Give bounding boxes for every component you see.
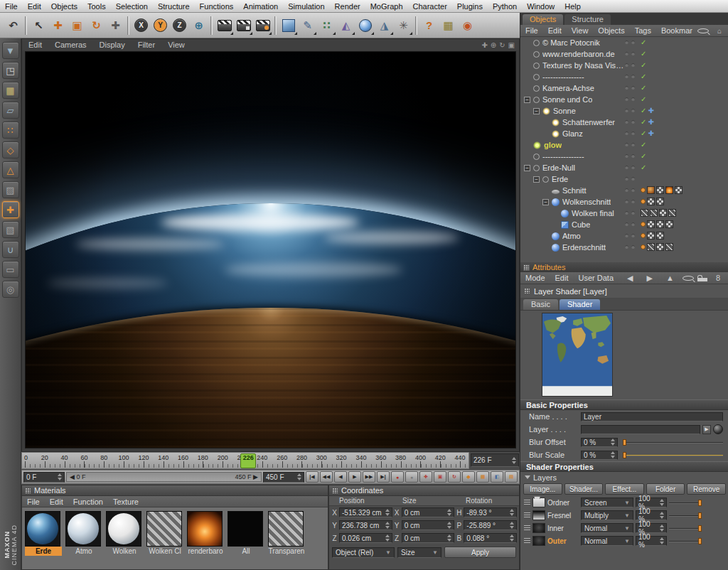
- texture-tag-icon[interactable]: [656, 243, 664, 251]
- material-item[interactable]: All: [228, 511, 264, 566]
- search-icon[interactable]: [682, 276, 694, 281]
- menu-animation[interactable]: Animation: [238, 0, 283, 13]
- enabled-check-icon[interactable]: ✓: [641, 50, 646, 58]
- visibility-dot[interactable]: [625, 211, 628, 215]
- move-tool-icon[interactable]: ✚: [48, 16, 68, 36]
- objects-menu-bookmar[interactable]: Bookmar: [656, 26, 697, 35]
- blend-mode-dropdown[interactable]: Normal▼: [581, 536, 633, 546]
- key-parameter-button[interactable]: ◆: [462, 471, 475, 483]
- opacity-slider[interactable]: [669, 500, 702, 506]
- layer-input[interactable]: [581, 425, 700, 434]
- visibility-dot[interactable]: [625, 200, 628, 203]
- blend-mode-dropdown[interactable]: Screen▼: [581, 498, 633, 507]
- edges-mode-icon[interactable]: ◇: [2, 141, 19, 158]
- visibility-dot[interactable]: [625, 222, 628, 226]
- shader-layer-row[interactable]: OuterNormal▼100 %: [520, 534, 728, 547]
- visibility-dot[interactable]: [631, 222, 635, 226]
- lock-z-axis-button-icon[interactable]: Z: [170, 16, 189, 36]
- viewport-menu-view[interactable]: View: [161, 41, 191, 49]
- enabled-check-icon[interactable]: ✓: [641, 141, 646, 149]
- collapse-triangle-icon[interactable]: [525, 475, 530, 479]
- visibility-dot[interactable]: [631, 52, 635, 55]
- visibility-dot[interactable]: [625, 63, 628, 67]
- name-input[interactable]: Layer: [581, 412, 723, 421]
- visibility-dots[interactable]: [625, 109, 635, 112]
- texture-tag-icon[interactable]: [668, 209, 676, 217]
- coordinate-field[interactable]: 0.088 °: [464, 533, 517, 543]
- visibility-dots[interactable]: [625, 200, 635, 203]
- tree-item[interactable]: Cube: [520, 219, 728, 230]
- visibility-dot[interactable]: [631, 154, 635, 158]
- wolken cl-material-thumbnail[interactable]: [146, 511, 182, 547]
- visibility-dot[interactable]: [631, 166, 635, 169]
- visibility-dot[interactable]: [625, 41, 628, 44]
- blur-scale-slider[interactable]: [623, 452, 723, 458]
- tree-item[interactable]: −Erde-Null✓: [520, 162, 728, 173]
- visibility-dots[interactable]: [625, 234, 635, 237]
- object-axis-mode-icon[interactable]: ✚: [2, 201, 19, 218]
- visibility-dots[interactable]: [625, 97, 635, 101]
- opacity-slider[interactable]: [669, 525, 702, 532]
- toggle-view-icon[interactable]: ▣: [508, 41, 515, 49]
- add-deformer-button-icon[interactable]: ◮: [375, 16, 394, 36]
- tree-item[interactable]: −Erde: [520, 173, 728, 185]
- key-position-button[interactable]: ✚: [419, 471, 432, 483]
- visibility-dot[interactable]: [631, 109, 635, 112]
- polygons-mode-icon[interactable]: △: [2, 161, 19, 178]
- materials-menu-edit[interactable]: Edit: [45, 498, 68, 506]
- menu-render[interactable]: Render: [330, 0, 365, 13]
- add-generator-button-icon[interactable]: ∷: [317, 16, 336, 36]
- coordinate-field[interactable]: -515.329 cm: [339, 507, 392, 517]
- all-material-thumbnail[interactable]: [228, 511, 263, 547]
- tree-item[interactable]: Kamera-Achse✓: [520, 82, 728, 94]
- add-environment-button-icon[interactable]: [355, 16, 375, 36]
- menu-structure[interactable]: Structure: [153, 0, 195, 13]
- menu-file[interactable]: File: [0, 0, 23, 13]
- visibility-dot[interactable]: [631, 245, 635, 249]
- menu-character[interactable]: Character: [408, 0, 452, 13]
- expander-icon[interactable]: −: [524, 165, 530, 171]
- uv-edit-mode-icon[interactable]: ▨: [2, 181, 19, 198]
- blur-scale-stepper[interactable]: [611, 451, 615, 458]
- search-icon[interactable]: [697, 28, 709, 33]
- objects-menu-edit[interactable]: Edit: [543, 26, 567, 35]
- viewport-menu-edit[interactable]: Edit: [22, 41, 48, 49]
- materials-menu-file[interactable]: File: [22, 498, 45, 506]
- opacity-field[interactable]: 100 %: [636, 510, 667, 520]
- texture-tag-icon[interactable]: [665, 186, 673, 194]
- shader-layer-row[interactable]: InnerNormal▼100 %: [520, 522, 728, 534]
- layer-color-dot[interactable]: [641, 222, 646, 227]
- frame-stepper[interactable]: [512, 457, 516, 464]
- enabled-check-icon[interactable]: ✓: [641, 84, 646, 92]
- menu-python[interactable]: Python: [488, 0, 522, 13]
- texture-tag-icon[interactable]: [641, 209, 648, 217]
- menu-window[interactable]: Window: [522, 0, 560, 13]
- visibility-dots[interactable]: [625, 131, 635, 135]
- blur-scale-field[interactable]: 0 %: [581, 451, 618, 460]
- menu-tools[interactable]: Tools: [82, 0, 111, 13]
- ik-toggle-button[interactable]: ▤: [505, 471, 518, 483]
- viewport-menu-display[interactable]: Display: [93, 41, 132, 49]
- axis-tag-icon[interactable]: ✚: [648, 118, 653, 126]
- visibility-dots[interactable]: [625, 143, 635, 146]
- material-item[interactable]: Wolken: [106, 511, 143, 566]
- coordinate-field[interactable]: 0.026 cm: [339, 533, 392, 543]
- tree-item[interactable]: Schattenwerfer✓✚: [520, 117, 728, 128]
- add-spline-button-icon[interactable]: ✎: [298, 16, 317, 36]
- drag-handle-icon[interactable]: [524, 500, 530, 506]
- enabled-check-icon[interactable]: ✓: [641, 163, 646, 171]
- drag-handle-icon[interactable]: [524, 538, 530, 544]
- prev-key-button[interactable]: ◀◀: [320, 471, 333, 483]
- layer-color-dot[interactable]: [641, 244, 646, 249]
- drag-handle-icon[interactable]: [524, 525, 530, 532]
- attributes-menu-mode[interactable]: Mode: [520, 274, 550, 282]
- texture-tag-icon[interactable]: [650, 209, 658, 217]
- menu-help[interactable]: Help: [560, 0, 586, 13]
- remove-button[interactable]: Remove: [687, 483, 726, 495]
- wolken-material-thumbnail[interactable]: [106, 511, 141, 547]
- rotate-tool-icon[interactable]: ↻: [87, 16, 106, 36]
- key-scale-button[interactable]: ▣: [434, 471, 446, 483]
- interactive-render-region-button-icon[interactable]: ◉: [458, 16, 477, 36]
- atmo-material-thumbnail[interactable]: [65, 511, 101, 547]
- visibility-dot[interactable]: [631, 120, 635, 124]
